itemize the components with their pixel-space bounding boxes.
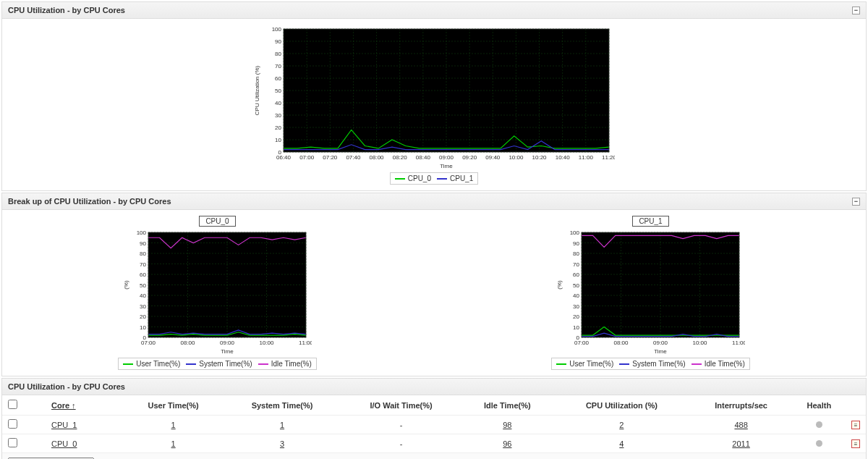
- legend-cpu1-detail: User Time(%) System Time(%) Idle Time(%): [551, 358, 750, 370]
- svg-text:08:00: 08:00: [613, 340, 629, 346]
- svg-text:CPU Utilization (%): CPU Utilization (%): [254, 65, 260, 115]
- svg-text:30: 30: [275, 112, 281, 119]
- cpu-table: Core ↑ User Time(%) System Time(%) I/O W…: [2, 395, 866, 452]
- intr-value[interactable]: 2011: [732, 439, 749, 448]
- svg-text:20: 20: [140, 313, 146, 320]
- svg-text:100: 100: [272, 26, 282, 33]
- svg-text:11:20: 11:20: [602, 154, 615, 161]
- idle-value[interactable]: 96: [503, 439, 511, 448]
- svg-text:40: 40: [140, 292, 146, 299]
- panel-title: Break up of CPU Utilization - by CPU Cor…: [8, 197, 171, 206]
- svg-text:Time: Time: [221, 348, 234, 355]
- svg-text:50: 50: [140, 282, 146, 289]
- svg-text:100: 100: [569, 230, 579, 236]
- svg-text:07:20: 07:20: [323, 154, 338, 161]
- svg-text:10:40: 10:40: [556, 154, 571, 161]
- svg-text:10:00: 10:00: [692, 340, 707, 346]
- svg-text:80: 80: [140, 250, 146, 257]
- svg-text:10: 10: [275, 137, 281, 143]
- svg-text:11:00: 11:00: [731, 340, 744, 346]
- user-value[interactable]: 1: [171, 439, 176, 448]
- svg-text:100: 100: [136, 230, 146, 236]
- svg-text:50: 50: [275, 88, 281, 94]
- row-checkbox[interactable]: [8, 438, 17, 447]
- header-system: System Time(%): [223, 395, 341, 416]
- iowait-value: -: [341, 416, 461, 434]
- core-link[interactable]: CPU_0: [51, 439, 77, 448]
- svg-text:70: 70: [573, 261, 579, 268]
- svg-text:08:00: 08:00: [370, 154, 385, 161]
- svg-text:07:40: 07:40: [346, 154, 361, 161]
- select-all-checkbox[interactable]: [8, 400, 17, 409]
- svg-text:Time: Time: [654, 348, 667, 355]
- svg-text:10:00: 10:00: [509, 154, 524, 161]
- chart-cpu0: 010203040506070809010007:0008:0009:0010:…: [124, 228, 312, 355]
- svg-text:10:20: 10:20: [532, 154, 548, 161]
- svg-text:09:40: 09:40: [485, 154, 501, 161]
- header-core[interactable]: Core ↑: [51, 401, 76, 410]
- svg-text:07:00: 07:00: [140, 340, 156, 346]
- svg-text:06:40: 06:40: [276, 154, 292, 161]
- svg-text:09:00: 09:00: [439, 154, 454, 161]
- svg-text:30: 30: [573, 303, 579, 310]
- svg-text:70: 70: [275, 63, 281, 70]
- svg-text:09:00: 09:00: [652, 340, 668, 346]
- header-iowait: I/O Wait Time(%): [341, 395, 461, 416]
- svg-text:60: 60: [140, 271, 146, 278]
- svg-text:08:00: 08:00: [180, 340, 195, 346]
- svg-text:10:00: 10:00: [259, 340, 274, 346]
- util-value[interactable]: 2: [619, 421, 624, 429]
- collapse-icon[interactable]: −: [852, 198, 860, 206]
- svg-text:20: 20: [275, 125, 281, 131]
- header-health: Health: [793, 395, 846, 416]
- svg-text:50: 50: [573, 282, 579, 289]
- legend-cpu0-detail: User Time(%) System Time(%) Idle Time(%): [118, 358, 317, 370]
- idle-value[interactable]: 98: [503, 421, 511, 429]
- health-dot: [816, 421, 822, 428]
- svg-text:10: 10: [140, 324, 146, 331]
- svg-text:(%): (%): [557, 280, 563, 290]
- iowait-value: -: [341, 434, 461, 453]
- svg-text:90: 90: [140, 240, 146, 247]
- legend-cpu0: CPU_0: [408, 174, 431, 182]
- panel-table: CPU Utilization - by CPU Cores Core ↑ Us…: [1, 378, 867, 459]
- legend-cpu1: CPU_1: [450, 174, 473, 182]
- panel-breakup: Break up of CPU Utilization - by CPU Cor…: [1, 193, 867, 376]
- svg-text:80: 80: [275, 51, 281, 57]
- svg-text:80: 80: [573, 250, 579, 257]
- header-idle: Idle Time(%): [461, 395, 553, 416]
- svg-text:09:20: 09:20: [462, 154, 477, 161]
- util-value[interactable]: 4: [619, 439, 624, 448]
- legend-main: CPU_0 CPU_1: [390, 172, 479, 185]
- core-link[interactable]: CPU_1: [51, 421, 77, 429]
- svg-text:40: 40: [275, 100, 281, 106]
- svg-text:60: 60: [573, 271, 579, 278]
- svg-text:20: 20: [573, 313, 579, 320]
- row-action-icon[interactable]: ≡: [851, 421, 860, 429]
- header-intr: Interrupts/sec: [690, 395, 793, 416]
- svg-text:30: 30: [140, 303, 146, 310]
- chart-cpu1: 010203040506070809010007:0008:0009:0010:…: [557, 228, 745, 355]
- user-value[interactable]: 1: [171, 421, 176, 429]
- system-value[interactable]: 3: [280, 439, 284, 448]
- svg-text:11:00: 11:00: [298, 340, 311, 346]
- row-action-icon[interactable]: ≡: [851, 439, 860, 448]
- health-dot: [816, 440, 822, 447]
- svg-text:07:00: 07:00: [299, 154, 315, 161]
- intr-value[interactable]: 488: [734, 421, 747, 429]
- svg-text:07:00: 07:00: [574, 340, 589, 346]
- svg-text:40: 40: [573, 292, 579, 299]
- svg-text:90: 90: [573, 240, 579, 247]
- panel-cpu-utilization: CPU Utilization - by CPU Cores − 0102030…: [1, 1, 867, 191]
- panel-title: CPU Utilization - by CPU Cores: [8, 6, 125, 14]
- subchart-title-cpu1: CPU_1: [632, 216, 668, 227]
- svg-text:10: 10: [573, 324, 579, 331]
- svg-text:09:00: 09:00: [219, 340, 234, 346]
- header-user: User Time(%): [124, 395, 223, 416]
- svg-text:(%): (%): [124, 280, 129, 290]
- system-value[interactable]: 1: [280, 421, 284, 429]
- row-checkbox[interactable]: [8, 419, 17, 429]
- panel-title: CPU Utilization - by CPU Cores: [8, 382, 125, 391]
- collapse-icon[interactable]: −: [852, 7, 860, 14]
- table-row: CPU_013-9642011≡: [2, 434, 866, 453]
